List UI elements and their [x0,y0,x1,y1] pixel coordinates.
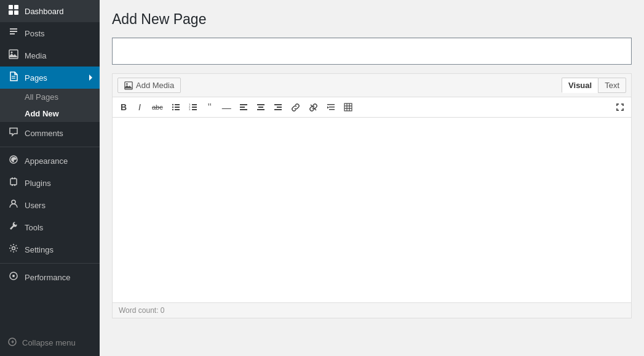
pages-submenu: All Pages Add New [0,89,100,122]
table-icon [344,103,352,111]
indent-icon [327,103,335,111]
content-area: Add New Page Add Media Visual Text [100,0,644,356]
sidebar-item-media[interactable]: Media [0,44,100,67]
format-toolbar: B I abc 1. 2. 3. [113,97,631,118]
svg-rect-30 [192,107,197,108]
align-right-button[interactable] [270,100,286,115]
align-left-button[interactable] [236,100,252,115]
comments-icon [7,127,20,139]
svg-rect-2 [9,10,13,15]
posts-label: Posts [25,29,45,38]
bullet-list-button[interactable] [168,100,184,115]
link-icon [291,103,300,112]
settings-icon [7,243,20,256]
media-label: Media [25,51,46,60]
align-right-icon [274,103,282,111]
collapse-icon [7,337,17,349]
users-label: Users [25,201,46,210]
svg-rect-44 [329,107,335,108]
editor-body[interactable] [113,118,631,302]
performance-icon [7,271,20,283]
tab-visual[interactable]: Visual [562,78,598,93]
svg-rect-34 [240,107,245,108]
users-icon [7,199,20,211]
svg-rect-0 [9,5,13,9]
svg-rect-33 [240,104,247,105]
table-button[interactable] [340,100,356,115]
svg-point-5 [11,52,13,54]
svg-point-20 [126,83,128,85]
word-count-bar: Word count: 0 [113,302,631,318]
collapse-label: Collapse menu [22,338,76,347]
svg-rect-32 [192,109,197,110]
page-title: Add New Page [112,11,632,28]
tab-text[interactable]: Text [598,78,626,93]
sidebar-item-all-pages[interactable]: All Pages [0,89,100,105]
editor-container: Add Media Visual Text B I abc [112,73,632,318]
italic-button[interactable]: I [132,100,147,115]
svg-point-15 [12,247,15,250]
sidebar-divider-1 [0,147,100,147]
editor-topbar: Add Media Visual Text [113,74,631,97]
number-list-icon: 1. 2. 3. [189,103,197,111]
svg-rect-22 [175,104,180,105]
appearance-label: Appearance [25,156,68,166]
svg-point-14 [12,200,15,204]
sidebar-item-performance[interactable]: Performance [0,266,100,288]
pages-arrow [89,75,92,81]
sidebar-item-tools[interactable]: Tools [0,216,100,238]
svg-rect-46 [344,103,352,111]
unlink-icon [309,103,318,112]
strikethrough-button[interactable]: abc [148,100,167,115]
sidebar-item-appearance[interactable]: Appearance [0,150,100,172]
bold-button[interactable]: B [116,100,131,115]
sidebar-item-posts[interactable]: Posts [0,22,100,44]
svg-rect-1 [14,5,18,9]
indent-button[interactable] [323,100,339,115]
hr-button[interactable]: — [218,100,234,115]
expand-button[interactable] [613,100,627,115]
bullet-list-icon [172,103,180,111]
svg-rect-9 [10,179,17,185]
link-button[interactable] [287,100,304,115]
add-media-icon [124,81,133,90]
align-left-icon [239,103,248,111]
sidebar-item-users[interactable]: Users [0,194,100,216]
svg-rect-3 [14,10,18,15]
sidebar-item-comments[interactable]: Comments [0,122,100,144]
dashboard-icon [7,5,20,17]
tools-icon [7,221,20,233]
add-media-label: Add Media [136,81,174,90]
svg-point-21 [172,104,173,105]
tools-label: Tools [25,223,43,232]
svg-rect-39 [274,104,282,105]
sidebar-item-add-new[interactable]: Add New [0,105,100,122]
add-media-button[interactable]: Add Media [117,78,181,93]
page-title-input[interactable] [112,38,632,65]
view-tabs: Visual Text [562,78,626,93]
svg-text:3.: 3. [189,108,191,111]
svg-rect-28 [192,104,197,105]
svg-rect-37 [258,107,263,108]
collapse-menu-button[interactable]: Collapse menu [0,332,100,356]
align-center-button[interactable] [253,100,269,115]
svg-rect-36 [257,104,264,105]
expand-icon [616,103,624,111]
comments-label: Comments [25,129,63,138]
sidebar-item-dashboard[interactable]: Dashboard [0,0,100,22]
number-list-button[interactable]: 1. 2. 3. [185,100,201,115]
svg-rect-41 [274,109,282,110]
blockquote-button[interactable]: " [202,100,217,115]
plugins-icon [7,177,20,189]
svg-rect-40 [277,107,282,108]
sidebar-item-plugins[interactable]: Plugins [0,172,100,194]
sidebar-item-settings[interactable]: Settings [0,238,100,261]
settings-label: Settings [25,245,54,254]
sidebar-item-pages[interactable]: Pages [0,67,100,89]
dashboard-label: Dashboard [25,7,64,16]
posts-icon [7,27,20,39]
plugins-label: Plugins [25,179,51,188]
svg-point-25 [172,109,173,110]
pages-label: Pages [25,73,47,83]
unlink-button[interactable] [305,100,322,115]
